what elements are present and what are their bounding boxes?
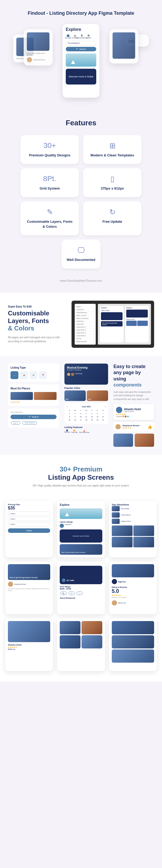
- components-title: Easy to create any page by using compone…: [114, 364, 154, 388]
- website-url: www.DownloadNewThemes.com: [8, 279, 154, 282]
- figma-artboard: Explore Latest Listings How to get throu…: [100, 306, 124, 342]
- components-section: Listing Type ⌂ 🏨 🍽 📅 Must Go Places ★★★★…: [0, 356, 162, 455]
- filter-button[interactable]: ⊞ ● ▽: [11, 421, 20, 425]
- screen-mockup: Agency Rating & Reviews 5.0 ★★★★★ Based …: [109, 562, 157, 614]
- premium-desc: 30+ High quality detailed app screens th…: [31, 484, 131, 488]
- screen-mockup: Atlantis Hotel ★★★★★ $120/night: [5, 618, 53, 671]
- feature-card: 🖵Well Documented: [62, 240, 101, 269]
- image-grid: [114, 434, 154, 447]
- feature-card: ⊞Modern & Clean Templates: [83, 135, 141, 164]
- screen-mockup: Pricing Plan $35 ○ Option ○ Option ○ Opt…: [5, 501, 53, 557]
- hero-section: Findout - Listing Directory App Figma Te…: [0, 0, 162, 108]
- features-title: Features: [8, 119, 154, 127]
- screen-mockup: How to get through airport security Step…: [5, 562, 53, 614]
- must-go-card: Must Go Places ★★★★★: [8, 384, 59, 406]
- feature-card: ✎Customisable Layers, Fonts & Colors: [21, 202, 79, 235]
- feature-card: ▯375px x 812px: [83, 168, 141, 197]
- figma-layers-panel: Explore Listing Place Listing Restaurant…: [75, 304, 96, 345]
- category-tab[interactable]: PLACES: [66, 34, 70, 39]
- type-icon[interactable]: 📅: [39, 371, 47, 379]
- premium-title: 30+ Premium Listing App Screens: [5, 465, 157, 482]
- avatar: [116, 424, 121, 429]
- city-card[interactable]: Jaya: [87, 391, 108, 401]
- components-desc: Just copy and past the components and st…: [114, 391, 154, 401]
- event-card[interactable]: Musical Evening Musical & Theatrical +20…: [64, 364, 108, 385]
- hero-mockups: Aquaventure Park How to get through airp…: [8, 24, 154, 98]
- discover-card[interactable]: Discover more in Dubai: [66, 69, 96, 85]
- grid-icon: 8Pt.: [26, 175, 74, 183]
- search-button[interactable]: 🔍 Search: [66, 47, 96, 51]
- phone-mockup-main: Explore PLACES HOTELS RESTAURANTS EVENT …: [63, 24, 99, 98]
- feature-icon: 🅿Parking: [64, 430, 70, 433]
- listing-type-card: Listing Type ⌂ 🏨 🍽 📅: [8, 364, 59, 382]
- city-card[interactable]: Agra: [64, 391, 86, 401]
- features-grid: 30+Premium Quality Designs ⊞Modern & Cle…: [21, 135, 141, 269]
- hotel-card[interactable]: Atlantis Hotel Hotel & Resort ★★★★★ Faci…: [114, 404, 154, 420]
- hotel-icon: [116, 407, 122, 413]
- page-title: Findout - Listing Directory App Figma Te…: [8, 10, 154, 16]
- customise-icon: ✎: [26, 208, 74, 216]
- image-thumb[interactable]: [114, 434, 133, 447]
- features-section: Features 30+Premium Quality Designs ⊞Mod…: [0, 108, 162, 293]
- screen-mockup: [57, 618, 105, 671]
- phone-mockup: [109, 29, 138, 63]
- type-icon[interactable]: 🏨: [20, 371, 28, 379]
- type-icon[interactable]: ⌂: [10, 371, 19, 379]
- customisable-title: Customisable Layers, Fonts & Colors: [8, 310, 66, 332]
- screen-mockup: Explore Latest Listings Listing item Dis…: [57, 501, 105, 557]
- category-tab[interactable]: EVENT: [86, 34, 91, 39]
- feature-icon: 🎪Kids Play Area: [79, 430, 89, 433]
- screens-grid: Pricing Plan $35 ○ Option ○ Option ○ Opt…: [0, 501, 162, 682]
- search-button[interactable]: 🔍 Search: [10, 415, 57, 419]
- feature-card: 30+Premium Quality Designs: [21, 135, 79, 164]
- type-icon[interactable]: 🍽: [29, 371, 37, 379]
- figma-artboard: Explore Popular Cities: [125, 306, 149, 342]
- docs-icon: 🖵: [67, 246, 95, 254]
- feature-card: ↻Free Update: [83, 202, 141, 235]
- category-tab[interactable]: RESTAURANTS: [79, 34, 84, 39]
- review-card: Stephanie Brown ★★★★★ 👍: [114, 422, 154, 432]
- feature-icon: 📶Free Wifi: [71, 430, 77, 433]
- screen-mockup: Top Attractions Burj Khalifa Dubai Marin…: [109, 501, 157, 557]
- grab-distance-button[interactable]: Grab Distance: [22, 421, 37, 425]
- customisable-section: Super Easy To Edit Customisable Layers, …: [0, 293, 162, 356]
- svg-point-0: [88, 34, 90, 37]
- figma-panel: Explore Listing Place Listing Restaurant…: [71, 301, 154, 348]
- customisable-desc: All pages are well managed and easy to e…: [8, 335, 66, 343]
- calendar: ‹June 2021› SMTWTFS 1234567 891011121314…: [64, 403, 108, 424]
- search-input[interactable]: You looking for: [66, 41, 96, 45]
- hero-illustration: [66, 54, 96, 67]
- search-card: You looking for 🔍 Search ⊞ ● ▽ Grab Dist…: [8, 409, 59, 428]
- template-icon: ⊞: [88, 142, 136, 150]
- like-icon[interactable]: 👍: [148, 425, 152, 429]
- image-thumb[interactable]: [135, 434, 154, 447]
- dimensions-icon: ▯: [88, 175, 136, 183]
- screen-mockup: [109, 618, 157, 671]
- premium-section: 30+ Premium Listing App Screens 30+ High…: [0, 455, 162, 501]
- update-icon: ↻: [88, 208, 136, 216]
- screen-mockup: JC Cafe Price Range $300 - $700 📞✉↗ Abou…: [57, 562, 105, 614]
- eyebrow: Super Easy To Edit: [8, 305, 66, 308]
- category-tabs: PLACES HOTELS RESTAURANTS EVENT: [66, 34, 96, 39]
- figma-canvas: Explore Latest Listings How to get throu…: [98, 304, 151, 345]
- feature-card: 8Pt.Grid System: [21, 168, 79, 197]
- feature-icon: 30+: [26, 142, 74, 150]
- phone-mockup: How to get through airport security Step…: [24, 29, 53, 66]
